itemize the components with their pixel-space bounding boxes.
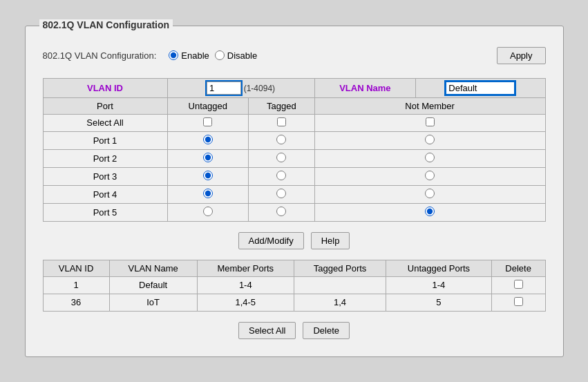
summary-row1-tagged-ports	[294, 276, 386, 294]
port3-not-member	[314, 167, 545, 185]
port4-untagged	[167, 185, 249, 203]
panel-title: 802.1Q VLAN Configuration	[39, 19, 173, 30]
select-all-untagged	[167, 114, 249, 131]
select-all-row: Select All	[43, 114, 545, 131]
port3-tagged	[249, 167, 315, 185]
port4-untagged-radio[interactable]	[203, 189, 213, 198]
main-panel: 802.1Q VLAN Configuration 802.1Q VLAN Co…	[25, 26, 564, 357]
vlan-name-header-cell: VLAN Name	[314, 78, 415, 97]
select-all-tagged	[249, 114, 315, 131]
vlan-id-header: VLAN ID	[43, 78, 167, 97]
summary-row1-delete	[491, 276, 545, 294]
summary-row-1: 1 Default 1-4 1-4	[43, 276, 545, 294]
port1-label: Port 1	[43, 131, 167, 149]
not-member-header: Not Member	[314, 97, 545, 114]
select-all-tagged-checkbox[interactable]	[277, 117, 286, 126]
vlan-id-input-cell: (1-4094)	[167, 78, 314, 97]
port4-tagged	[249, 185, 315, 203]
port4-tagged-radio[interactable]	[276, 189, 286, 198]
port2-not-member	[314, 149, 545, 167]
summary-row2-untagged-ports: 5	[386, 294, 492, 311]
summary-row1-member-ports: 1-4	[197, 276, 294, 294]
enable-radio[interactable]	[169, 50, 178, 60]
port5-row: Port 5	[43, 203, 545, 221]
config-label: 802.1Q VLAN Configuration:	[43, 50, 157, 61]
port5-untagged	[167, 203, 249, 221]
config-row: 802.1Q VLAN Configuration: Enable Disabl…	[43, 47, 546, 64]
port2-tagged	[249, 149, 315, 167]
vlan-id-input[interactable]	[207, 82, 241, 95]
summary-row2-vlan-id: 36	[43, 294, 109, 311]
port-header: Port	[43, 97, 167, 114]
port2-untagged-radio[interactable]	[203, 153, 213, 162]
select-all-untagged-checkbox[interactable]	[203, 117, 212, 126]
summary-row1-vlan-name: Default	[109, 276, 197, 294]
summary-row2-delete-checkbox[interactable]	[514, 297, 523, 306]
page-wrapper: 802.1Q VLAN Configuration 802.1Q VLAN Co…	[0, 0, 588, 382]
port5-tagged-radio[interactable]	[276, 207, 286, 216]
summary-row1-vlan-id: 1	[43, 276, 109, 294]
select-all-label: Select All	[43, 114, 167, 131]
vlan-name-input-cell	[416, 78, 545, 97]
summary-tagged-ports-header: Tagged Ports	[294, 260, 386, 276]
summary-member-ports-header: Member Ports	[197, 260, 294, 276]
port1-row: Port 1	[43, 131, 545, 149]
port5-tagged	[249, 203, 315, 221]
port4-not-member-radio[interactable]	[425, 189, 435, 198]
select-all-not-member-checkbox[interactable]	[426, 117, 435, 126]
summary-table: VLAN ID VLAN Name Member Ports Tagged Po…	[43, 260, 546, 312]
port4-label: Port 4	[43, 185, 167, 203]
delete-button[interactable]: Delete	[303, 322, 350, 339]
port5-label: Port 5	[43, 203, 167, 221]
disable-option[interactable]: Disable	[215, 50, 257, 61]
apply-button[interactable]: Apply	[497, 47, 546, 64]
port1-not-member	[314, 131, 545, 149]
port4-not-member	[314, 185, 545, 203]
summary-delete-header: Delete	[491, 260, 545, 276]
port3-not-member-radio[interactable]	[425, 171, 435, 180]
disable-label: Disable	[227, 50, 257, 61]
port3-tagged-radio[interactable]	[276, 171, 286, 180]
vlan-name-input[interactable]	[446, 82, 515, 95]
port2-not-member-radio[interactable]	[425, 153, 435, 162]
port4-row: Port 4	[43, 185, 545, 203]
summary-row1-untagged-ports: 1-4	[386, 276, 492, 294]
summary-untagged-ports-header: Untagged Ports	[386, 260, 492, 276]
add-modify-button[interactable]: Add/Modify	[238, 232, 304, 249]
select-all-button[interactable]: Select All	[238, 322, 296, 339]
vlan-id-range: (1-4094)	[244, 84, 275, 93]
help-button[interactable]: Help	[311, 232, 350, 249]
summary-row1-delete-checkbox[interactable]	[514, 280, 523, 289]
port3-untagged-radio[interactable]	[203, 171, 213, 180]
port3-row: Port 3	[43, 167, 545, 185]
port3-untagged	[167, 167, 249, 185]
bottom-btn-row: Select All Delete	[43, 322, 546, 339]
summary-vlan-name-header: VLAN Name	[109, 260, 197, 276]
port1-not-member-radio[interactable]	[425, 135, 435, 144]
port5-untagged-radio[interactable]	[203, 207, 213, 216]
port5-not-member-radio[interactable]	[425, 207, 435, 216]
vlan-config-table: VLAN ID (1-4094) VLAN Name Port Unt	[43, 78, 546, 222]
port2-label: Port 2	[43, 149, 167, 167]
port2-tagged-radio[interactable]	[276, 153, 286, 162]
summary-row2-vlan-name: IoT	[109, 294, 197, 311]
enable-option[interactable]: Enable	[169, 50, 209, 61]
add-modify-btn-row: Add/Modify Help	[43, 232, 546, 249]
port5-not-member	[314, 203, 545, 221]
select-all-not-member	[314, 114, 545, 131]
port1-untagged	[167, 131, 249, 149]
tagged-header: Tagged	[249, 97, 315, 114]
summary-row2-delete	[491, 294, 545, 311]
port1-untagged-radio[interactable]	[203, 135, 213, 144]
port2-row: Port 2	[43, 149, 545, 167]
enable-label: Enable	[181, 50, 209, 61]
summary-row2-member-ports: 1,4-5	[197, 294, 294, 311]
summary-vlan-id-header: VLAN ID	[43, 260, 109, 276]
summary-row-2: 36 IoT 1,4-5 1,4 5	[43, 294, 545, 311]
port3-label: Port 3	[43, 167, 167, 185]
summary-row2-tagged-ports: 1,4	[294, 294, 386, 311]
port2-untagged	[167, 149, 249, 167]
port1-tagged	[249, 131, 315, 149]
port1-tagged-radio[interactable]	[276, 135, 286, 144]
disable-radio[interactable]	[215, 50, 225, 60]
